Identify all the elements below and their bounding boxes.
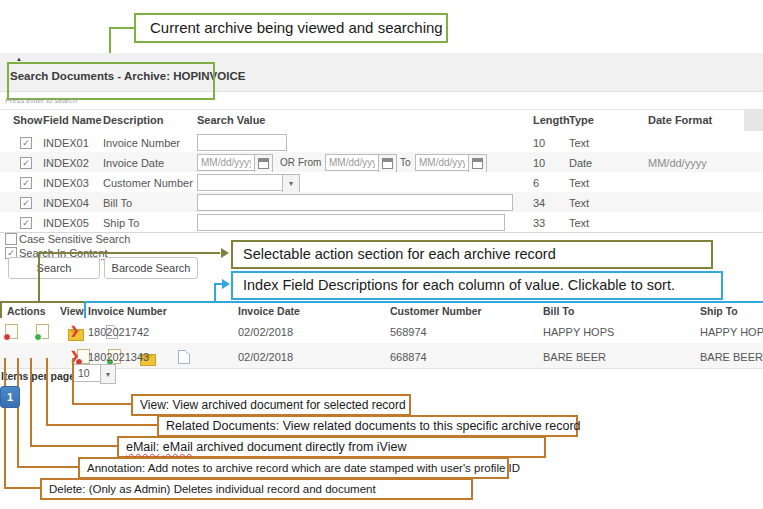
col-show[interactable]: Show xyxy=(13,114,42,126)
annotation-action-section: Selectable action section for each archi… xyxy=(231,240,713,269)
cell-customer-number: 568974 xyxy=(390,326,427,338)
from-label: From xyxy=(298,157,321,168)
col-date-format[interactable]: Date Format xyxy=(648,114,712,126)
invoice-number-input[interactable] xyxy=(197,134,287,151)
annotation-email-word2: eMail xyxy=(163,440,193,454)
field-length-index03: 6 xyxy=(533,177,539,189)
barcode-search-button[interactable]: Barcode Search xyxy=(104,257,198,279)
case-sensitive-label: Case Sensitive Search xyxy=(19,233,130,245)
annotation-delete: Delete: (Only as Admin) Deletes individu… xyxy=(40,478,473,500)
press-enter-hint: Press Enter to search xyxy=(5,96,77,105)
col-type[interactable]: Type xyxy=(569,114,594,126)
red-dot xyxy=(3,333,11,341)
email-connector-vertical xyxy=(30,358,32,447)
field-type-index01: Text xyxy=(569,137,589,149)
annotation-icon[interactable] xyxy=(36,324,49,339)
col-field-name[interactable]: Field Name xyxy=(43,114,102,126)
cell-invoice-date: 02/02/2018 xyxy=(238,351,293,363)
field-desc-index02: Invoice Date xyxy=(103,157,164,169)
field-name-index01: INDEX01 xyxy=(43,137,89,149)
calendar-icon xyxy=(258,158,269,169)
customer-number-dropdown-button[interactable]: ▾ xyxy=(282,174,300,193)
case-sensitive-checkbox[interactable] xyxy=(5,233,17,245)
blue-connector-vertical xyxy=(214,283,216,302)
annotation-related: Related Documents: View related document… xyxy=(157,415,578,437)
blue-arrow-right-icon xyxy=(222,279,230,289)
annotation-connector-vertical xyxy=(17,358,19,468)
field-length-index05: 33 xyxy=(533,217,545,229)
show-checkbox-index04[interactable]: ✓ xyxy=(20,197,32,209)
to-label: To xyxy=(400,157,411,168)
items-per-page-label: Items per page: xyxy=(1,370,79,382)
annotation-view: View: View archived document for selecte… xyxy=(131,394,411,416)
related-connector-horizontal xyxy=(46,424,157,426)
annotation-current-archive-text: Current archive being viewed and searchi… xyxy=(150,19,443,36)
view-connector-vertical xyxy=(72,358,74,405)
cell-bill-to: HAPPY HOPS xyxy=(543,326,614,338)
col-length[interactable]: Length xyxy=(533,114,570,126)
cell-invoice-number: 1802021742 xyxy=(88,326,149,338)
bill-to-input[interactable] xyxy=(197,194,513,211)
field-name-index04: INDEX04 xyxy=(43,197,89,209)
field-type-index03: Text xyxy=(569,177,589,189)
olive-connector-horizontal xyxy=(38,252,220,254)
olive-connector-vertical xyxy=(38,252,40,303)
annotation-email-rest: archived document directly from iView xyxy=(193,440,407,454)
customer-number-input[interactable] xyxy=(197,174,283,191)
cell-bill-to: BARE BEER xyxy=(543,351,606,363)
field-name-index03: INDEX03 xyxy=(43,177,89,189)
col-actions: Actions xyxy=(7,305,46,317)
items-per-page-dropdown-button[interactable]: ▾ xyxy=(100,364,116,384)
scrollbar-corner xyxy=(744,110,763,131)
field-type-index02: Date xyxy=(569,157,592,169)
delete-connector-horizontal xyxy=(4,487,40,489)
annotation-annotation-text: Annotation: Add notes to archive record … xyxy=(87,462,520,474)
field-desc-index03: Customer Number xyxy=(103,177,193,189)
show-checkbox-index05[interactable]: ✓ xyxy=(20,217,32,229)
col-invoice-date[interactable]: Invoice Date xyxy=(238,305,300,317)
email-connector-horizontal xyxy=(30,445,117,447)
show-checkbox-index01[interactable]: ✓ xyxy=(20,137,32,149)
invoice-date-to-input[interactable] xyxy=(415,154,469,171)
green-connector-horizontal xyxy=(109,27,135,29)
related-documents-icon[interactable] xyxy=(178,350,190,364)
search-button[interactable]: Search xyxy=(8,257,100,279)
col-customer-number[interactable]: Customer Number xyxy=(390,305,482,317)
invoice-date-from-input[interactable] xyxy=(325,154,379,171)
calendar-button-3[interactable] xyxy=(468,154,487,173)
cell-customer-number: 668874 xyxy=(390,351,427,363)
field-format-index02: MM/dd/yyyy xyxy=(648,157,707,169)
col-description[interactable]: Description xyxy=(103,114,164,126)
field-type-index05: Text xyxy=(569,217,589,229)
annotation-view-text: View: View archived document for selecte… xyxy=(140,398,406,412)
ship-to-input[interactable] xyxy=(197,214,505,231)
field-desc-index05: Ship To xyxy=(103,217,140,229)
col-invoice-number[interactable]: Invoice Number xyxy=(88,305,167,317)
annotation-connector-horizontal xyxy=(17,466,78,468)
chevron-down-icon: ▾ xyxy=(106,370,110,379)
invoice-date-input[interactable] xyxy=(197,154,255,171)
annotation-delete-text: Delete: (Only as Admin) Deletes individu… xyxy=(49,483,376,495)
delete-icon[interactable] xyxy=(5,324,18,339)
olive-arrow-right-icon xyxy=(221,248,229,258)
field-length-index04: 34 xyxy=(533,197,545,209)
page-1-button[interactable]: 1 xyxy=(0,386,20,408)
annotation-email: eMail: eMail archived document directly … xyxy=(117,436,546,458)
show-checkbox-index02[interactable]: ✓ xyxy=(20,157,32,169)
field-length-index02: 10 xyxy=(533,157,545,169)
col-ship-to[interactable]: Ship To xyxy=(700,305,738,317)
calendar-button-2[interactable] xyxy=(378,154,397,173)
col-bill-to[interactable]: Bill To xyxy=(543,305,574,317)
annotation-index-fields: Index Field Descriptions for each column… xyxy=(231,271,723,300)
col-search-value[interactable]: Search Value xyxy=(197,114,266,126)
blue-connector-horizontal xyxy=(214,283,222,285)
field-type-index04: Text xyxy=(569,197,589,209)
show-checkbox-index03[interactable]: ✓ xyxy=(20,177,32,189)
view-arrow-icon[interactable]: ❯ xyxy=(70,324,79,337)
field-name-index05: INDEX05 xyxy=(43,217,89,229)
cell-ship-to: HAPPY HOPS xyxy=(700,326,763,338)
cell-invoice-number: 1802021343 xyxy=(88,351,149,363)
calendar-button-1[interactable] xyxy=(254,154,273,173)
annotation-email-word1: eMail: xyxy=(126,440,159,454)
annotation-current-archive: Current archive being viewed and searchi… xyxy=(134,13,448,43)
